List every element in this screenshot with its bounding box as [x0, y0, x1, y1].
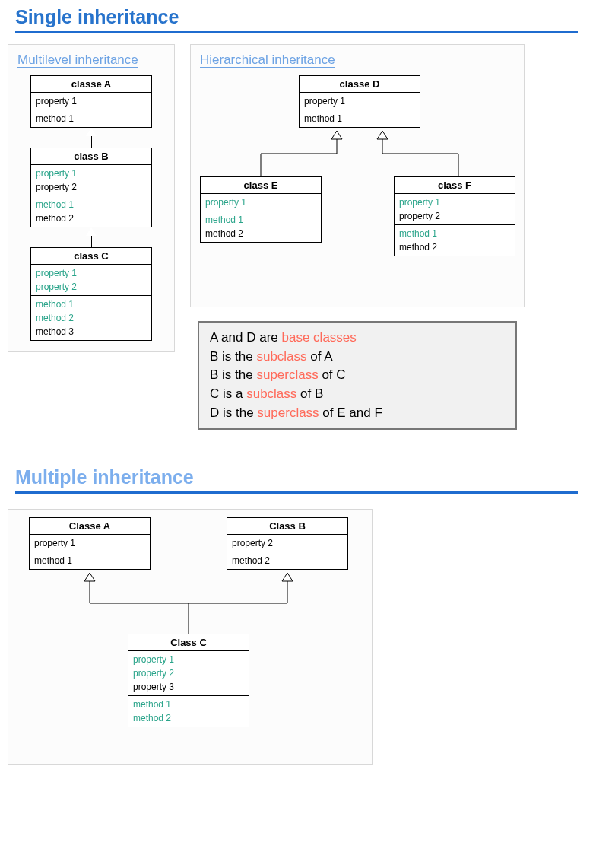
methods: method 1 method 2 [395, 225, 515, 256]
note-line: C is a subclass of B [210, 385, 505, 404]
note-box: A and D are base classes B is the subcla… [198, 321, 517, 430]
note-line: B is the subclass of A [210, 348, 505, 367]
method: method 1 [133, 698, 244, 711]
uml-title: class B [31, 148, 151, 165]
method: method 2 [205, 227, 316, 240]
multiple-row: Classe A property 1 method 1 Class B pro… [0, 501, 593, 772]
multi-canvas: Classe A property 1 method 1 Class B pro… [17, 517, 363, 753]
uml-title: classe D [300, 76, 420, 93]
rule-multiple [15, 491, 578, 494]
methods: method 1 [31, 110, 151, 127]
uml-mu-a: Classe A property 1 method 1 [29, 517, 151, 570]
prop: property 2 [133, 666, 244, 680]
stem [91, 236, 92, 247]
uml-title: Class B [227, 518, 347, 535]
method: method 1 [36, 198, 147, 211]
method: method 3 [36, 325, 147, 339]
props: property 1 [30, 535, 150, 552]
multi-connectors [17, 573, 367, 641]
uml-mu-b: Class B property 2 method 2 [227, 517, 348, 570]
props: property 2 [227, 535, 347, 552]
right-col: Hierarchical inheritance classe D proper… [190, 44, 525, 430]
props: property 1 property 2 [31, 165, 151, 196]
uml-class-f: class F property 1 property 2 method 1 m… [394, 176, 515, 256]
method: method 2 [36, 211, 147, 225]
uml-title: class C [31, 248, 151, 265]
method: method 1 [205, 213, 316, 227]
note-line: B is the superclass of C [210, 366, 505, 385]
methods: method 1 [30, 552, 150, 569]
method: method 1 [36, 297, 147, 311]
uml-title: classe A [31, 76, 151, 93]
panel-multiple: Classe A property 1 method 1 Class B pro… [8, 509, 373, 765]
prop: property 1 [36, 266, 147, 280]
uml-title: class E [201, 177, 321, 194]
props: property 1 property 2 [395, 194, 515, 225]
arrow-up-icon [86, 128, 97, 136]
prop: property 1 [304, 94, 415, 108]
uml-class-e: class E property 1 method 1 method 2 [200, 176, 322, 243]
note-line: D is the superclass of E and F [210, 404, 505, 423]
methods: method 1 method 2 [128, 696, 249, 727]
uml-title: Classe A [30, 518, 150, 535]
prop: property 1 [36, 94, 147, 108]
prop: property 1 [133, 653, 244, 666]
single-row: Multilevel inheritance classe A property… [0, 41, 593, 437]
connector-bc [17, 227, 165, 247]
props: property 1 property 2 [31, 265, 151, 296]
method: method 2 [133, 711, 244, 725]
method: method 2 [232, 554, 343, 568]
prop: property 2 [399, 209, 510, 223]
methods: method 1 method 2 [201, 211, 321, 242]
subheading-hierarchical: Hierarchical inheritance [200, 52, 515, 68]
props: property 1 [300, 93, 420, 110]
multilevel-stack: classe A property 1 method 1 class B pro… [17, 75, 165, 341]
note-line: A and D are base classes [210, 329, 505, 348]
uml-class-c: class C property 1 property 2 method 1 m… [30, 247, 152, 341]
prop: property 2 [36, 280, 147, 294]
svg-marker-10 [282, 573, 293, 581]
svg-marker-8 [84, 573, 95, 581]
prop: property 1 [399, 196, 510, 209]
prop: property 1 [205, 196, 316, 209]
uml-title: Class C [128, 634, 249, 651]
prop: property 1 [36, 167, 147, 180]
panel-hierarchical: Hierarchical inheritance classe D proper… [190, 44, 525, 307]
method: method 2 [36, 311, 147, 325]
heading-single: Single inheritance [0, 0, 593, 31]
uml-class-b: class B property 1 property 2 method 1 m… [30, 148, 152, 227]
prop: property 1 [34, 536, 145, 550]
props: property 1 [201, 194, 321, 211]
props: property 1 [31, 93, 151, 110]
uml-class-d: classe D property 1 method 1 [299, 75, 420, 128]
methods: method 1 [300, 110, 420, 127]
stem [91, 136, 92, 148]
heading-multiple: Multiple inheritance [0, 460, 593, 491]
method: method 1 [34, 554, 145, 568]
method: method 2 [399, 240, 510, 254]
uml-title: class F [395, 177, 515, 194]
props: property 1 property 2 property 3 [128, 651, 249, 696]
prop: property 2 [36, 180, 147, 194]
connector-ab [17, 128, 165, 148]
hier-canvas: classe D property 1 method 1 [200, 75, 515, 296]
methods: method 1 method 2 method 3 [31, 296, 151, 340]
panel-multilevel: Multilevel inheritance classe A property… [8, 44, 175, 352]
rule-single [15, 31, 578, 33]
uml-class-a: classe A property 1 method 1 [30, 75, 152, 128]
method: method 1 [304, 112, 415, 126]
subheading-multilevel: Multilevel inheritance [17, 52, 165, 68]
prop: property 2 [232, 536, 343, 550]
svg-marker-0 [331, 131, 342, 139]
svg-marker-2 [377, 131, 388, 139]
method: method 1 [36, 112, 147, 126]
method: method 1 [399, 227, 510, 240]
methods: method 1 method 2 [31, 196, 151, 227]
methods: method 2 [227, 552, 347, 569]
prop: property 3 [133, 680, 244, 694]
arrow-up-icon [86, 227, 97, 236]
uml-mu-c: Class C property 1 property 2 property 3… [128, 634, 249, 727]
